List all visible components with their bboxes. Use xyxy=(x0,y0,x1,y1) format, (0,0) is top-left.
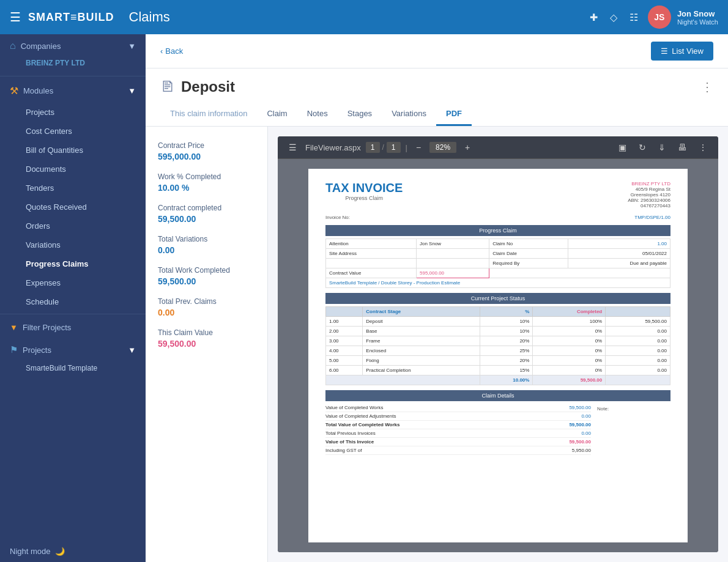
template-label: SmarteBuild Template / Double Storey - P… xyxy=(326,278,670,288)
night-mode-toggle[interactable]: Night mode 🌙 xyxy=(0,541,146,562)
total-variations-label: Total Variations xyxy=(158,235,255,243)
pdf-more-button[interactable]: ⋮ xyxy=(695,141,711,153)
sidebar-item-tenders[interactable]: Tenders xyxy=(0,179,146,198)
tab-pdf[interactable]: PDF xyxy=(436,103,472,126)
moon-icon: 🌙 xyxy=(55,547,65,556)
pdf-content[interactable]: TAX INVOICE Progress Claim BREINZ PTY LT… xyxy=(278,159,718,552)
pdf-toolbar: ☰ FileViewer.aspx 1 / 1 | − 82% + ▣ xyxy=(278,136,718,159)
sidebar-companies[interactable]: ⌂ Companies ▼ xyxy=(0,34,146,57)
sidebar-item-projects[interactable]: Projects xyxy=(0,103,146,122)
sidebar-item-variations[interactable]: Variations xyxy=(0,235,146,254)
summary-panel: Contract Price 595,000.00 Work % Complet… xyxy=(146,127,268,562)
tab-variations[interactable]: Variations xyxy=(382,103,436,126)
claim-date-value: 05/01/2022 xyxy=(568,249,670,259)
value-adj-val: 0.00 xyxy=(581,413,591,419)
stages-table: Contract Stage % Completed 1.00 Deposit … xyxy=(325,306,670,385)
sidebar-item-bill-of-quantities[interactable]: Bill of Quantities xyxy=(0,141,146,160)
value-adj-label: Value of Completed Adjustments xyxy=(325,413,396,419)
invoice-subtitle: Progress Claim xyxy=(325,195,403,201)
tab-notes[interactable]: Notes xyxy=(297,103,338,126)
pdf-zoom-level: 82% xyxy=(429,142,456,153)
pdf-page-info: 1 / 1 xyxy=(366,142,401,153)
pdf-container: ☰ FileViewer.aspx 1 / 1 | − 82% + ▣ xyxy=(278,136,718,552)
pdf-rotate-button[interactable]: ↻ xyxy=(635,141,650,153)
pdf-zoom-in-button[interactable]: + xyxy=(461,141,474,153)
chevron-down-icon: ▼ xyxy=(128,42,136,51)
sidebar-projects[interactable]: ⚑ Projects ▼ xyxy=(0,338,146,361)
contract-completed-item: Contract completed 59,500.00 xyxy=(158,204,255,224)
total-prev-value: 0.00 xyxy=(158,308,255,317)
total-work-label: Total Work Completed xyxy=(158,266,255,275)
company-name: BREINZ PTY LTD xyxy=(0,57,146,73)
work-pct-label: Work % Completed xyxy=(158,172,255,181)
grid-icon[interactable]: ☷ xyxy=(630,12,638,23)
nav-icons: ✚ ◇ ☷ xyxy=(590,12,638,23)
project-name: SmarteBuild Template xyxy=(0,361,146,377)
claim-title: Deposit xyxy=(181,78,701,95)
pdf-page: TAX INVOICE Progress Claim BREINZ PTY LT… xyxy=(308,169,688,542)
contract-price-label: Contract Price xyxy=(158,141,255,150)
user-name: Jon Snow xyxy=(677,9,718,18)
attention-value: Jon Snow xyxy=(416,239,489,249)
value-adj-row: Value of Completed Adjustments 0.00 xyxy=(325,412,591,421)
contract-completed-value: 59,500.00 xyxy=(158,214,255,224)
content-area: ‹ Back ☰ List View 🖹 Deposit ⋮ This clai… xyxy=(146,34,728,562)
add-icon[interactable]: ✚ xyxy=(590,12,598,23)
document-icon: 🖹 xyxy=(160,78,175,95)
claim-details-section: Claim Details xyxy=(325,390,670,401)
pdf-download-button[interactable]: ⇓ xyxy=(655,141,669,153)
sidebar-item-expenses[interactable]: Expenses xyxy=(0,273,146,292)
avatar[interactable]: JS xyxy=(648,6,671,29)
claim-info-table: Attention Jon Snow Claim No 1.00 Site Ad… xyxy=(325,238,670,288)
sidebar-item-quotes-received[interactable]: Quotes Received xyxy=(0,198,146,216)
required-by-value: Due and payable xyxy=(568,259,670,268)
table-row: 2.00 Base 10% 0% 0.00 xyxy=(326,327,670,336)
tab-this-claim-information[interactable]: This claim information xyxy=(160,103,257,126)
this-claim-label: This Claim Value xyxy=(158,328,255,337)
contract-value: 595,000.00 xyxy=(416,268,489,278)
sidebar-item-progress-claims[interactable]: Progress Claims xyxy=(0,254,146,273)
more-options-button[interactable]: ⋮ xyxy=(701,79,713,94)
pdf-filename: FileViewer.aspx xyxy=(305,143,361,152)
value-completed-val: 59,500.00 xyxy=(569,405,591,410)
total-variations-item: Total Variations 0.00 xyxy=(158,235,255,255)
app-logo: SMART≡BUILD xyxy=(28,11,114,24)
tab-claim[interactable]: Claim xyxy=(257,103,297,126)
pdf-current-page: 1 xyxy=(366,142,380,153)
site-address-label: Site Address xyxy=(326,249,417,259)
tab-stages[interactable]: Stages xyxy=(338,103,382,126)
pdf-fit-button[interactable]: ▣ xyxy=(615,141,630,153)
claim-date-label: Claim Date xyxy=(489,249,568,259)
pdf-zoom-out-button[interactable]: − xyxy=(412,141,425,153)
filter-projects[interactable]: ▼ Filter Projects xyxy=(0,317,146,338)
claim-details: Value of Completed Works 59,500.00 Value… xyxy=(325,404,670,455)
total-value-val: 59,500.00 xyxy=(569,422,591,427)
sidebar-item-schedule[interactable]: Schedule xyxy=(0,292,146,311)
this-invoice-label: Value of This Invoice xyxy=(325,439,374,445)
work-pct-item: Work % Completed 10.00 % xyxy=(158,172,255,193)
content-header: ‹ Back ☰ List View xyxy=(146,34,728,68)
sidebar-item-orders[interactable]: Orders xyxy=(0,216,146,235)
table-row: 5.00 Fixing 20% 0% 0.00 xyxy=(326,356,670,366)
gst-row: Including GST of 5,950.00 xyxy=(325,446,591,455)
total-work-value: 59,500.00 xyxy=(158,276,255,286)
pdf-print-button[interactable]: 🖶 xyxy=(674,141,690,153)
back-button[interactable]: ‹ Back xyxy=(160,46,183,56)
total-prev-inv-label: Total Previous Invoices xyxy=(325,431,376,436)
contract-price-value: 595,000.00 xyxy=(158,152,255,161)
value-completed-row: Value of Completed Works 59,500.00 xyxy=(325,404,591,412)
total-value-row: Total Value of Completed Works 59,500.00 xyxy=(325,421,591,429)
list-view-button[interactable]: ☰ List View xyxy=(651,42,713,61)
sidebar-item-cost-centers[interactable]: Cost Centers xyxy=(0,122,146,141)
pdf-menu-button[interactable]: ☰ xyxy=(285,141,300,153)
sidebar-item-documents[interactable]: Documents xyxy=(0,160,146,179)
total-value-label: Total Value of Completed Works xyxy=(325,422,400,427)
user-org: Night's Watch xyxy=(677,18,718,26)
filter-icon: ▼ xyxy=(10,323,18,332)
hamburger-menu[interactable]: ☰ xyxy=(10,10,21,24)
table-row: 6.00 Practical Completion 15% 0% 0.00 xyxy=(326,366,670,375)
notification-icon[interactable]: ◇ xyxy=(610,12,617,23)
invoice-company: BREINZ PTY LTD xyxy=(628,181,670,187)
modules-header[interactable]: ⚒ Modules ▼ xyxy=(0,79,146,103)
invoice-no-value: TMP/DSPE/1.00 xyxy=(634,215,670,220)
